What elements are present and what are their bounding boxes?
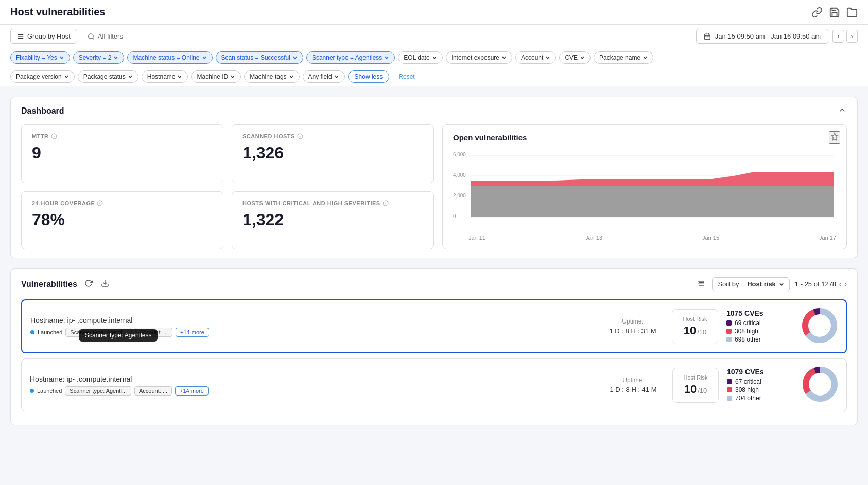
coverage-label: 24-HOUR COVERAGE — [32, 200, 213, 206]
next-page-button[interactable]: › — [845, 280, 847, 288]
filter-scanner-type[interactable]: Scanner type = Agentless — [306, 51, 395, 64]
chart-label-jan15: Jan 15 — [702, 235, 719, 241]
calendar-icon — [704, 33, 711, 40]
filter-machine-id[interactable]: Machine ID — [191, 70, 241, 83]
prev-date-button[interactable]: ‹ — [832, 30, 844, 43]
chart-label-jan13: Jan 13 — [585, 235, 602, 241]
pagination: 1 - 25 of 1278 ‹ › — [795, 280, 847, 288]
top-bar: Host vulnerabilities — [0, 0, 868, 25]
more-tags-1[interactable]: +14 more — [176, 328, 209, 337]
host-risk-2: Host Risk 10/10 — [672, 368, 719, 403]
filter-package-version[interactable]: Package version — [10, 70, 75, 83]
vulnerability-row-1: Scanner type: Agentless Hostname: ip- .c… — [21, 299, 847, 353]
scanned-hosts-value: 1,326 — [242, 143, 423, 163]
chart-x-labels: Jan 11 Jan 13 Jan 15 Jan 17 — [453, 232, 836, 241]
sort-icon — [697, 279, 705, 288]
next-date-button[interactable]: › — [846, 30, 858, 43]
cve-count-1: 1075 CVEs — [726, 309, 793, 317]
donut-chart-2 — [802, 366, 838, 404]
filter-any-field[interactable]: Any field — [303, 70, 345, 83]
filter-scan-status[interactable]: Scan status = Successful — [216, 51, 303, 64]
uptime-label-1: Uptime: — [602, 318, 664, 325]
download-icon — [101, 279, 109, 288]
prev-page-button[interactable]: ‹ — [839, 280, 841, 288]
chevron-up-icon — [838, 105, 847, 115]
host-risk-label-1: Host Risk — [681, 316, 709, 322]
hostname-2: Hostname: ip- .compute.internal — [30, 375, 594, 383]
cve-count-2: 1079 CVEs — [727, 368, 794, 376]
info-icon — [51, 133, 57, 139]
page-title: Host vulnerabilities — [10, 6, 106, 18]
chart-area: 6,000 4,000 2,000 0 — [453, 150, 836, 232]
date-range-picker[interactable]: Jan 15 09:50 am - Jan 16 09:50 am — [696, 29, 828, 44]
other-dot — [726, 337, 732, 342]
host-risk-value-1: 10/10 — [681, 324, 709, 337]
filter-cve[interactable]: CVE — [559, 51, 591, 64]
tags-1: Launched Scanner type: Agentl... Account… — [30, 328, 594, 337]
filter-package-status[interactable]: Package status — [78, 70, 138, 83]
metric-scanned-hosts: SCANNED HOSTS 1,326 — [232, 124, 434, 183]
critical-dot — [726, 320, 732, 326]
chevron-down-icon — [113, 55, 118, 60]
status-dot-1 — [30, 330, 34, 334]
pin-chart-button[interactable] — [829, 131, 840, 144]
chevron-down-icon — [128, 74, 133, 79]
filter-account[interactable]: Account — [515, 51, 556, 64]
scanned-hosts-label: SCANNED HOSTS — [242, 133, 423, 139]
sort-select[interactable]: Sort by Host risk — [712, 277, 789, 291]
filter-severity[interactable]: Severity = 2 — [73, 51, 125, 64]
pin-icon — [830, 132, 839, 141]
filter-internet-exposure[interactable]: Internet exposure — [446, 51, 512, 64]
account-chip-2: Account: ... — [134, 386, 172, 396]
critical-high-value: 1,322 — [242, 210, 423, 229]
chevron-down-icon — [334, 74, 339, 79]
vulnerabilities-section: Vulnerabilities Sort by Host risk — [10, 268, 858, 425]
host-risk-label-2: Host Risk — [681, 374, 710, 381]
vuln-row-1-info: Hostname: ip- .compute.internal Launched… — [30, 316, 594, 337]
filter-machine-tags[interactable]: Machine tags — [244, 70, 299, 83]
metric-critical-high: HOSTS WITH CRITICAL AND HIGH SEVERITIES … — [232, 191, 434, 250]
save-icon[interactable] — [829, 7, 840, 18]
group-by-label: Group by Host — [27, 32, 71, 40]
svg-line-4 — [93, 38, 94, 39]
link-icon[interactable] — [811, 7, 823, 18]
dashboard-title: Dashboard — [21, 106, 64, 116]
cve-high-2: 308 high — [727, 386, 794, 393]
group-by-button[interactable]: Group by Host — [10, 29, 77, 44]
folder-icon[interactable] — [846, 7, 858, 18]
filter-eol-date[interactable]: EOL date — [398, 51, 442, 64]
main-content: Dashboard MTTR 9 24-HOUR COVERAGE — [0, 86, 868, 436]
other-dot-2 — [727, 396, 732, 401]
metric-mttr: MTTR 9 — [21, 124, 223, 183]
scanner-chip-1[interactable]: Scanner type: Agentl... — [65, 328, 132, 337]
sort-options-button[interactable] — [695, 277, 707, 291]
chevron-down-icon — [292, 55, 298, 60]
refresh-button[interactable] — [82, 277, 95, 291]
chevron-down-icon — [202, 55, 207, 60]
filter-package-name[interactable]: Package name — [594, 51, 653, 64]
info-icon — [383, 200, 389, 206]
high-dot — [726, 329, 732, 334]
chevron-down-icon — [289, 74, 294, 79]
collapse-dashboard-button[interactable] — [838, 105, 847, 116]
filter-bar-row1: Fixability = Yes Severity = 2 Machine st… — [0, 48, 868, 67]
uptime-value-1: 1 D : 8 H : 31 M — [602, 327, 664, 335]
more-tags-2[interactable]: +14 more — [175, 386, 209, 396]
chevron-down-icon — [177, 74, 182, 79]
chevron-down-icon — [230, 74, 235, 79]
svg-text:0: 0 — [453, 213, 456, 219]
filter-fixability[interactable]: Fixability = Yes — [10, 51, 70, 64]
svg-rect-5 — [705, 34, 710, 40]
filter-machine-status[interactable]: Machine status = Online — [127, 51, 212, 64]
critical-dot-2 — [727, 379, 732, 384]
reset-button[interactable]: Reset — [392, 71, 421, 82]
all-filters-button[interactable]: All filters — [81, 29, 692, 43]
filter-hostname[interactable]: Hostname — [142, 70, 188, 83]
top-bar-icons — [811, 7, 858, 18]
chevron-down-icon — [432, 55, 437, 60]
show-less-button[interactable]: Show less — [348, 70, 390, 83]
chevron-down-icon — [59, 55, 64, 60]
chevron-down-icon — [64, 74, 69, 79]
scanner-chip-2[interactable]: Scanner type: Agentl... — [65, 386, 131, 396]
download-button[interactable] — [99, 277, 111, 291]
